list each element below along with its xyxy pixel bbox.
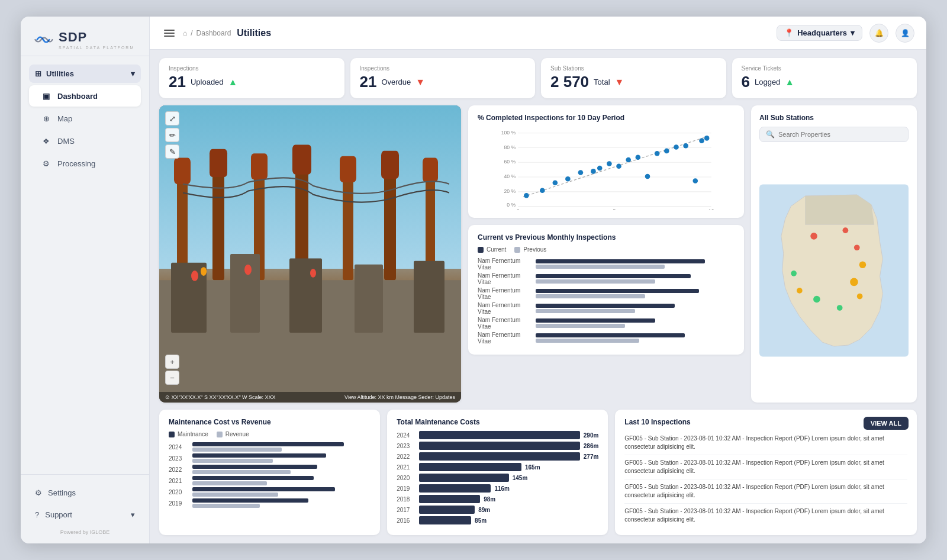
maint-year-bars <box>192 453 371 463</box>
tmbar-year: 2020 <box>397 475 414 481</box>
zoom-out-button[interactable]: − <box>165 371 179 385</box>
map-zoom-extent-button[interactable]: ⤢ <box>165 111 179 125</box>
sidebar-item-dashboard[interactable]: ▣ Dashboard <box>29 85 141 107</box>
bar-chart-row: Nam Fernentum Vitae <box>478 272 735 285</box>
bottom-row: Maintenance Cost vs Revenue Maintnance R… <box>159 410 917 535</box>
svg-point-42 <box>553 180 558 185</box>
svg-point-64 <box>850 278 858 287</box>
hq-chevron-icon: ▾ <box>851 28 855 37</box>
properties-search-bar[interactable]: 🔍 <box>759 127 909 142</box>
tmbar-year: 2024 <box>397 432 414 439</box>
main-map-panel: ⤢ ✏ ✎ + − ⊙ XX°XX'XX.X" S XX°XX'XX.X" W … <box>159 105 461 403</box>
maint-bar-row: 2022 <box>169 465 371 474</box>
stat-label-0: Inspections <box>169 65 335 72</box>
bar-previous <box>536 279 655 284</box>
svg-rect-7 <box>174 158 191 184</box>
sidebar-item-support[interactable]: ? Support ▾ <box>29 505 141 524</box>
inspection-item: GF005 - Sub Station - 2023-08-01 10:32 A… <box>624 455 907 479</box>
maint-bar <box>192 442 344 446</box>
location-icon: 📍 <box>784 28 794 37</box>
maint-bar <box>192 476 314 480</box>
svg-point-54 <box>674 144 679 150</box>
stat-number-0: 21 <box>169 73 186 91</box>
svg-point-43 <box>565 176 571 182</box>
settings-icon: ⚙ <box>35 488 42 497</box>
bar-chart-title: Current vs Previous Monthly Inspections <box>478 233 735 242</box>
zoom-in-button[interactable]: + <box>165 355 179 369</box>
sidebar-item-settings[interactable]: ⚙ Settings <box>29 483 141 503</box>
svg-point-57 <box>699 138 704 143</box>
svg-point-41 <box>540 188 545 193</box>
revenue-bar <box>192 470 291 474</box>
svg-point-56 <box>692 178 698 184</box>
svg-point-60 <box>810 233 817 240</box>
map-icon: ⊕ <box>41 113 51 124</box>
sidebar-item-processing[interactable]: ⚙ Processing <box>29 153 141 174</box>
tmbar <box>419 495 480 503</box>
nav-label-processing: Processing <box>57 159 95 168</box>
all-substations-panel: All Sub Stations 🔍 <box>751 105 917 403</box>
maint-year-label: 2019 <box>169 500 188 507</box>
breadcrumb: ⌂ / Dashboard <box>183 29 231 37</box>
bar-previous <box>536 294 645 298</box>
main-area: ⌂ / Dashboard Utilities 📍 Headquarters ▾… <box>150 17 926 543</box>
svg-rect-4 <box>343 173 353 280</box>
svg-text:100 %: 100 % <box>501 130 516 136</box>
tmbar-year: 2016 <box>397 517 414 524</box>
total-maint-bar-row: 2017 89m <box>397 506 598 514</box>
tmbar-year: 2022 <box>397 453 414 460</box>
maint-year-label: 2021 <box>169 478 188 484</box>
inspection-item: GF005 - Sub Station - 2023-08-01 10:32 A… <box>624 479 907 504</box>
charts-panel: % Completed Inspections for 10 Day Perio… <box>468 105 744 403</box>
map-pencil-button[interactable]: ✏ <box>165 128 179 142</box>
tmbar <box>419 484 491 493</box>
view-all-button[interactable]: VIEW ALL <box>864 417 909 430</box>
settings-label: Settings <box>48 488 76 497</box>
maint-legend-dot <box>169 432 175 437</box>
svg-point-40 <box>524 193 529 198</box>
svg-point-21 <box>201 267 207 276</box>
svg-text:20 %: 20 % <box>504 188 516 194</box>
tmbar-year: 2021 <box>397 464 414 471</box>
sidebar-item-map[interactable]: ⊕ Map <box>29 108 141 129</box>
svg-text:0 %: 0 % <box>507 202 516 208</box>
bar-row-bars <box>536 274 735 284</box>
tmbar <box>419 474 509 482</box>
svg-rect-10 <box>292 144 311 174</box>
bar-current <box>536 318 655 323</box>
svg-rect-11 <box>340 156 356 182</box>
revenue-legend-label: Revenue <box>226 431 249 437</box>
trend-down-icon-1: ▼ <box>415 77 425 88</box>
header-right: 📍 Headquarters ▾ 🔔 👤 <box>777 24 914 43</box>
tmbar-value: 116m <box>494 485 510 492</box>
dashboard-icon: ▣ <box>41 91 51 101</box>
bar-chart-row: Nam Fernentum Vitae <box>478 317 735 330</box>
grid-icon: ⊞ <box>35 69 41 78</box>
stat-sub-2: Total <box>594 78 610 86</box>
maint-bar <box>192 498 308 503</box>
bar-row-bars <box>536 318 735 328</box>
dms-icon: ❖ <box>41 136 51 146</box>
search-input[interactable] <box>778 131 902 138</box>
maint-year-label: 2023 <box>169 455 188 462</box>
trend-down-icon-2: ▼ <box>615 77 624 88</box>
tmbar-value: 277m <box>584 453 599 460</box>
svg-rect-18 <box>355 265 383 333</box>
hamburger-button[interactable] <box>162 27 177 39</box>
svg-rect-17 <box>289 258 322 332</box>
map-edit-button[interactable]: ✎ <box>165 144 179 159</box>
trend-up-icon-3: ▲ <box>785 77 794 88</box>
svg-line-39 <box>523 136 708 197</box>
tmbar-wrap: 277m <box>419 452 598 461</box>
sidebar-item-dms[interactable]: ❖ DMS <box>29 130 141 152</box>
user-button[interactable]: 👤 <box>896 24 914 43</box>
bar-chart-legend: Current Previous <box>478 246 735 253</box>
breadcrumb-page: Dashboard <box>197 29 231 37</box>
svg-text:10: 10 <box>708 208 714 210</box>
sidebar-category-utilities[interactable]: ⊞ Utilities ▾ <box>29 65 141 83</box>
headquarters-selector[interactable]: 📍 Headquarters ▾ <box>777 25 862 41</box>
svg-text:60 %: 60 % <box>504 159 516 165</box>
tmbar <box>419 452 580 461</box>
notification-button[interactable]: 🔔 <box>869 24 888 43</box>
maint-bar <box>192 453 326 458</box>
